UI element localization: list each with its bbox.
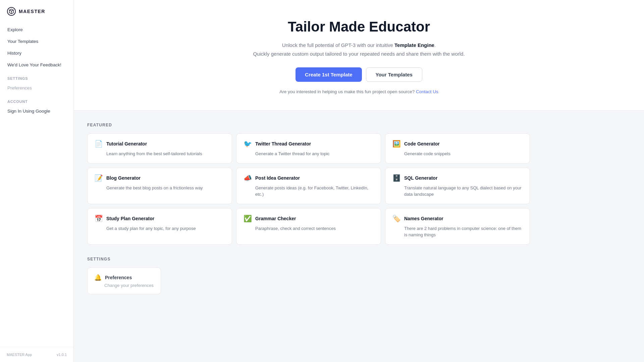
card-header: 📝 Blog Generator <box>94 174 225 182</box>
settings-card-title: Preferences <box>105 275 132 280</box>
card-desc: Generate a Twitter thread for any topic <box>243 150 374 157</box>
settings-preferences-card[interactable]: 🔔 Preferences Change your preferences <box>87 267 161 294</box>
sidebar-item-preferences[interactable]: Preferences <box>4 82 69 94</box>
card-desc: Paraphrase, check and correct sentences <box>243 225 374 232</box>
hero-title: Tailor Made Educator <box>80 19 637 35</box>
card-header: ✅ Grammar Checker <box>243 215 374 223</box>
account-section-label: ACCOUNT <box>4 94 69 106</box>
card-title: Twitter Thread Generator <box>255 141 311 146</box>
card-desc: Generate code snippets <box>392 150 523 157</box>
sidebar-item-feedback[interactable]: We'd Love Your Feedback! <box>4 59 69 70</box>
sql-icon: 🗄️ <box>392 174 401 182</box>
create-template-button[interactable]: Create 1st Template <box>296 67 362 82</box>
card-desc: Get a study plan for any topic, for any … <box>94 225 225 232</box>
card-desc: Translate natural language to any SQL di… <box>392 185 523 198</box>
blog-icon: 📝 <box>94 174 103 182</box>
footer-version: v1.0.1 <box>57 353 67 357</box>
contact-text: Are you interested in helping us make th… <box>279 89 415 94</box>
grammar-icon: ✅ <box>243 215 252 223</box>
content-area: FEATURED 📄 Tutorial Generator Learn anyt… <box>74 111 543 308</box>
card-title: Post Idea Generator <box>255 175 300 181</box>
settings-card-desc: Change your preferences <box>94 283 154 288</box>
sidebar-item-explore[interactable]: Explore <box>4 24 69 35</box>
settings-section-title: SETTINGS <box>87 257 530 261</box>
code-icon: 🖼️ <box>392 140 401 148</box>
sidebar: MAESTER Explore Your Templates History W… <box>0 0 74 362</box>
settings-section-label: SETTINGS <box>4 71 69 82</box>
card-names-generator[interactable]: 🏷️ Names Generator There are 2 hard prob… <box>385 208 530 245</box>
hero-contact: Are you interested in helping us make th… <box>80 89 637 94</box>
card-header: 🏷️ Names Generator <box>392 215 523 223</box>
logo-area: MAESTER <box>0 0 73 24</box>
hero-subtitle-line2: Quickly generate custom output tailored … <box>253 51 465 57</box>
card-title: Tutorial Generator <box>106 141 147 146</box>
card-desc: Generate posts ideas (e.g. for Facebook,… <box>243 185 374 198</box>
hero-subtitle-plain: Unlock the full potential of GPT-3 with … <box>282 42 394 48</box>
card-title: Blog Generator <box>106 175 141 181</box>
contact-us-link[interactable]: Contact Us <box>416 89 438 94</box>
card-blog-generator[interactable]: 📝 Blog Generator Generate the best blog … <box>87 168 232 204</box>
card-title: Grammar Checker <box>255 216 296 221</box>
main-content: Tailor Made Educator Unlock the full pot… <box>74 0 644 362</box>
card-twitter-thread-generator[interactable]: 🐦 Twitter Thread Generator Generate a Tw… <box>236 133 381 164</box>
card-header: 📣 Post Idea Generator <box>243 174 374 182</box>
sidebar-footer: MAESTER App v1.0.1 <box>0 347 73 362</box>
hero-subtitle-bold: Template Engine <box>394 42 434 48</box>
settings-card-header: 🔔 Preferences <box>94 274 154 281</box>
post-icon: 📣 <box>243 174 252 182</box>
settings-cards: 🔔 Preferences Change your preferences <box>87 267 530 294</box>
sidebar-item-sign-in[interactable]: Sign In Using Google <box>4 106 69 117</box>
app-name: MAESTER <box>19 9 45 14</box>
card-desc: Generate the best blog posts on a fricti… <box>94 185 225 191</box>
card-desc: There are 2 hard problems in computer sc… <box>392 225 523 238</box>
hero-section: Tailor Made Educator Unlock the full pot… <box>74 0 644 111</box>
card-title: SQL Generator <box>404 175 437 181</box>
sidebar-item-your-templates[interactable]: Your Templates <box>4 36 69 47</box>
card-code-generator[interactable]: 🖼️ Code Generator Generate code snippets <box>385 133 530 164</box>
card-title: Study Plan Generator <box>106 216 154 221</box>
card-sql-generator[interactable]: 🗄️ SQL Generator Translate natural langu… <box>385 168 530 204</box>
sidebar-nav: Explore Your Templates History We'd Love… <box>0 24 73 347</box>
card-header: 📅 Study Plan Generator <box>94 215 225 223</box>
card-header: 🗄️ SQL Generator <box>392 174 523 182</box>
card-header: 🖼️ Code Generator <box>392 140 523 148</box>
hero-subtitle: Unlock the full potential of GPT-3 with … <box>80 41 637 58</box>
sidebar-item-history[interactable]: History <box>4 48 69 59</box>
card-tutorial-generator[interactable]: 📄 Tutorial Generator Learn anything from… <box>87 133 232 164</box>
names-icon: 🏷️ <box>392 215 401 223</box>
hero-buttons: Create 1st Template Your Templates <box>80 67 637 82</box>
tutorial-icon: 📄 <box>94 140 103 148</box>
card-desc: Learn anything from the best self-tailor… <box>94 150 225 157</box>
card-header: 📄 Tutorial Generator <box>94 140 225 148</box>
card-title: Code Generator <box>404 141 440 146</box>
card-header: 🐦 Twitter Thread Generator <box>243 140 374 148</box>
logo-icon <box>7 7 16 16</box>
card-post-idea-generator[interactable]: 📣 Post Idea Generator Generate posts ide… <box>236 168 381 204</box>
hero-subtitle-end: . <box>434 42 436 48</box>
footer-app-label: MAESTER App <box>7 353 32 357</box>
your-templates-button[interactable]: Your Templates <box>366 67 422 82</box>
card-title: Names Generator <box>404 216 443 221</box>
featured-cards-grid: 📄 Tutorial Generator Learn anything from… <box>87 133 530 245</box>
card-study-plan-generator[interactable]: 📅 Study Plan Generator Get a study plan … <box>87 208 232 245</box>
twitter-icon: 🐦 <box>243 140 252 148</box>
preferences-icon: 🔔 <box>94 274 102 281</box>
card-grammar-checker[interactable]: ✅ Grammar Checker Paraphrase, check and … <box>236 208 381 245</box>
featured-section-title: FEATURED <box>87 123 530 127</box>
study-icon: 📅 <box>94 215 103 223</box>
